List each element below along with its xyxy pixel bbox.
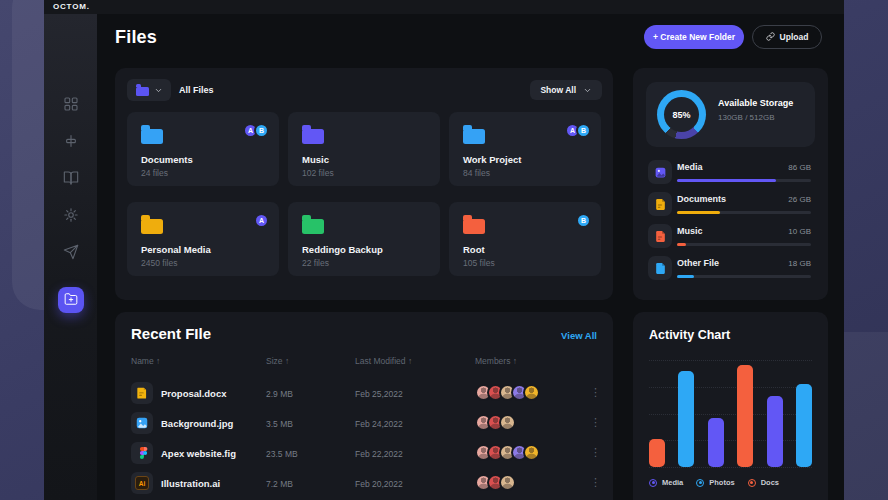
activity-chart-title: Activity Chart bbox=[649, 328, 730, 342]
column-header-members[interactable]: Members ↑ bbox=[475, 356, 517, 366]
file-icon bbox=[648, 224, 672, 248]
folder-file-count: 2450 files bbox=[141, 258, 177, 268]
storage-progress-track bbox=[677, 275, 811, 278]
member-badges: AB bbox=[569, 123, 591, 138]
table-row[interactable]: Proposal.docx 2.9 MB Feb 25,2022 bbox=[115, 378, 613, 408]
table-row[interactable]: Background.jpg 3.5 MB Feb 24,2022 bbox=[115, 408, 613, 438]
folder-icon bbox=[302, 219, 324, 234]
folder-card-documents[interactable]: AB Documents 24 files bbox=[127, 112, 279, 186]
member-avatars bbox=[475, 444, 540, 461]
storage-item-other-file[interactable]: Other File 18 GB bbox=[648, 256, 811, 280]
sidebar-item-files-active[interactable] bbox=[58, 287, 84, 313]
show-all-label: Show All bbox=[540, 85, 576, 95]
folder-card-music[interactable]: Music 102 files bbox=[288, 112, 440, 186]
figma-icon bbox=[131, 442, 153, 464]
folder-file-count: 24 files bbox=[141, 168, 168, 178]
bar bbox=[767, 396, 783, 467]
storage-item-music[interactable]: Music 10 GB bbox=[648, 224, 811, 248]
folder-icon bbox=[302, 129, 324, 144]
folder-icon bbox=[141, 219, 163, 234]
column-header-modified[interactable]: Last Modified ↑ bbox=[355, 356, 412, 366]
column-header-size[interactable]: Size ↑ bbox=[266, 356, 289, 366]
view-all-link[interactable]: View All bbox=[561, 330, 597, 341]
topbar: OCTOM. bbox=[44, 0, 844, 14]
badge-b: B bbox=[576, 213, 591, 228]
legend-dot-icon bbox=[696, 479, 704, 487]
storage-item-value: 86 GB bbox=[788, 163, 811, 172]
badge-b: B bbox=[254, 123, 269, 138]
table-row[interactable]: Apex website.fig 23.5 MB Feb 22,2022 bbox=[115, 438, 613, 468]
bar bbox=[796, 384, 812, 467]
chevron-down-icon bbox=[154, 86, 163, 95]
filter-label: All Files bbox=[179, 85, 214, 95]
document-icon bbox=[131, 382, 153, 404]
app-logo: OCTOM. bbox=[53, 2, 90, 11]
member-badges: AB bbox=[247, 123, 269, 138]
legend-item-media: Media bbox=[649, 478, 683, 487]
storage-progress-fill bbox=[677, 211, 720, 214]
folder-card-reddingo-backup[interactable]: Reddingo Backup 22 files bbox=[288, 202, 440, 276]
legend-dot-icon bbox=[649, 479, 657, 487]
folder-icon bbox=[463, 129, 485, 144]
folder-card-work-project[interactable]: AB Work Project 84 files bbox=[449, 112, 601, 186]
folder-file-count: 84 files bbox=[463, 168, 490, 178]
folder-file-count: 105 files bbox=[463, 258, 495, 268]
storage-item-value: 18 GB bbox=[788, 259, 811, 268]
storage-progress-fill bbox=[677, 243, 686, 246]
legend-item-photos: Photos bbox=[696, 478, 734, 487]
chart-legend: Media Photos Docs bbox=[649, 478, 820, 487]
storage-donut-chart: 85% bbox=[657, 90, 706, 139]
sidebar-item-settings[interactable] bbox=[58, 203, 84, 229]
row-menu-button[interactable] bbox=[590, 474, 601, 491]
show-all-dropdown[interactable]: Show All bbox=[530, 80, 602, 100]
file-size: 2.9 MB bbox=[266, 389, 293, 399]
folder-file-count: 22 files bbox=[302, 258, 329, 268]
file-size: 3.5 MB bbox=[266, 419, 293, 429]
sidebar-item-dashboard[interactable] bbox=[58, 92, 84, 118]
row-menu-button[interactable] bbox=[590, 444, 601, 461]
member-avatars bbox=[475, 384, 540, 401]
member-badges: A bbox=[258, 213, 269, 228]
storage-summary-card: 85% Available Storage 130GB / 512GB bbox=[646, 82, 815, 147]
row-menu-button[interactable] bbox=[590, 414, 601, 431]
recent-files-title: Recent FIle bbox=[131, 325, 211, 342]
folder-card-root[interactable]: B Root 105 files bbox=[449, 202, 601, 276]
folder-card-personal-media[interactable]: A Personal Media 2450 files bbox=[127, 202, 279, 276]
folder-filter-dropdown[interactable] bbox=[127, 79, 171, 101]
create-new-folder-button[interactable]: + Create New Folder bbox=[644, 25, 744, 49]
storage-progress-fill bbox=[677, 179, 776, 182]
upload-button[interactable]: Upload bbox=[752, 25, 822, 49]
sidebar-item-library[interactable] bbox=[58, 166, 84, 192]
file-name: Background.jpg bbox=[161, 418, 233, 429]
folder-icon bbox=[141, 129, 163, 144]
send-icon bbox=[63, 244, 79, 263]
gridline bbox=[649, 467, 812, 468]
storage-item-documents[interactable]: Documents 26 GB bbox=[648, 192, 811, 216]
storage-item-media[interactable]: Media 86 GB bbox=[648, 160, 811, 184]
storage-item-label: Music bbox=[677, 226, 703, 236]
member-avatars bbox=[475, 474, 516, 491]
bar bbox=[649, 439, 665, 467]
storage-title: Available Storage bbox=[718, 98, 793, 108]
main-content: Files + Create New Folder Upload All Fil… bbox=[97, 14, 844, 500]
legend-dot-icon bbox=[748, 479, 756, 487]
storage-item-label: Other File bbox=[677, 258, 719, 268]
storage-item-value: 10 GB bbox=[788, 227, 811, 236]
file-size: 23.5 MB bbox=[266, 449, 298, 459]
folder-name: Reddingo Backup bbox=[302, 244, 383, 255]
file-modified: Feb 24,2022 bbox=[355, 419, 403, 429]
upload-button-label: Upload bbox=[780, 32, 809, 42]
column-header-name[interactable]: Name ↑ bbox=[131, 356, 160, 366]
avatar bbox=[523, 444, 540, 461]
app-window: OCTOM. Files + Create New Folder Upload bbox=[44, 0, 844, 500]
storage-progress-track bbox=[677, 243, 811, 246]
sidebar-item-align[interactable] bbox=[58, 129, 84, 155]
settings-icon bbox=[63, 207, 79, 226]
member-avatars bbox=[475, 414, 516, 431]
avatar bbox=[499, 414, 516, 431]
page-title: Files bbox=[115, 27, 157, 48]
sidebar-item-share[interactable] bbox=[58, 240, 84, 266]
table-row[interactable]: Ai Illustration.ai 7.2 MB Feb 20,2022 bbox=[115, 468, 613, 498]
file-name: Illustration.ai bbox=[161, 478, 220, 489]
row-menu-button[interactable] bbox=[590, 384, 601, 401]
